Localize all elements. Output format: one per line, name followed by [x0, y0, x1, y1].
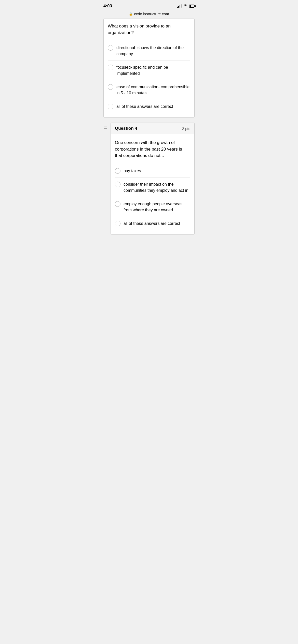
- question4-row: Question 4 2 pts One concern with the gr…: [103, 123, 195, 235]
- flag-icon: [103, 126, 109, 130]
- lock-icon: 🔒: [129, 12, 133, 16]
- list-item[interactable]: consider their impact on the communities…: [115, 178, 190, 197]
- option-text: focused- specific and can be implemented: [116, 64, 190, 77]
- flag-icon-wrap: [103, 123, 109, 130]
- option-text: pay taxes: [124, 168, 141, 174]
- url-text: ccdc.instructure.com: [134, 12, 169, 16]
- radio-option-3[interactable]: [108, 84, 113, 90]
- question4-card-wrap: Question 4 2 pts One concern with the gr…: [111, 123, 195, 235]
- status-icons: [177, 4, 195, 8]
- content-area: What does a vision provide to an organiz…: [99, 19, 199, 239]
- option-text: consider their impact on the communities…: [124, 181, 190, 194]
- list-item[interactable]: pay taxes: [115, 164, 190, 178]
- list-item[interactable]: directional- shows the direction of the …: [108, 41, 190, 61]
- wifi-icon: [183, 4, 187, 8]
- option-text: all of these answers are correct: [124, 221, 180, 227]
- option-text: ease of communication- comprehensible in…: [116, 84, 190, 96]
- q4-radio-option-3[interactable]: [115, 201, 120, 207]
- list-item[interactable]: all of these answers are correct: [108, 100, 190, 113]
- question4-body: One concern with the growth of corporati…: [111, 134, 194, 234]
- option-text: directional- shows the direction of the …: [116, 45, 190, 57]
- q4-radio-option-4[interactable]: [115, 221, 120, 226]
- prev-question-text: What does a vision provide to an organiz…: [108, 23, 190, 36]
- question4-title: Question 4: [115, 126, 137, 131]
- question4-options-list: pay taxes consider their impact on the c…: [115, 164, 190, 230]
- list-item[interactable]: all of these answers are correct: [115, 217, 190, 230]
- prev-options-list: directional- shows the direction of the …: [108, 41, 190, 113]
- q4-radio-option-1[interactable]: [115, 168, 120, 174]
- q4-radio-option-2[interactable]: [115, 182, 120, 187]
- list-item[interactable]: focused- specific and can be implemented: [108, 61, 190, 80]
- question4-text: One concern with the growth of corporati…: [115, 139, 190, 159]
- radio-option-2[interactable]: [108, 65, 113, 70]
- prev-question-card: What does a vision provide to an organiz…: [103, 19, 195, 118]
- radio-option-1[interactable]: [108, 45, 113, 51]
- radio-option-4[interactable]: [108, 104, 113, 109]
- list-item[interactable]: ease of communication- comprehensible in…: [108, 80, 190, 100]
- option-text: all of these answers are correct: [116, 104, 173, 110]
- address-bar: 🔒 ccdc.instructure.com: [99, 11, 199, 19]
- option-text: employ enough people overseas from where…: [124, 201, 190, 213]
- signal-icon: [177, 5, 182, 8]
- battery-icon: [189, 5, 195, 8]
- question4-points: 2 pts: [182, 126, 190, 131]
- list-item[interactable]: employ enough people overseas from where…: [115, 197, 190, 217]
- status-time: 4:03: [103, 4, 112, 9]
- question4-header: Question 4 2 pts: [111, 123, 194, 134]
- question4-card: Question 4 2 pts One concern with the gr…: [111, 123, 195, 235]
- status-bar: 4:03: [99, 0, 199, 11]
